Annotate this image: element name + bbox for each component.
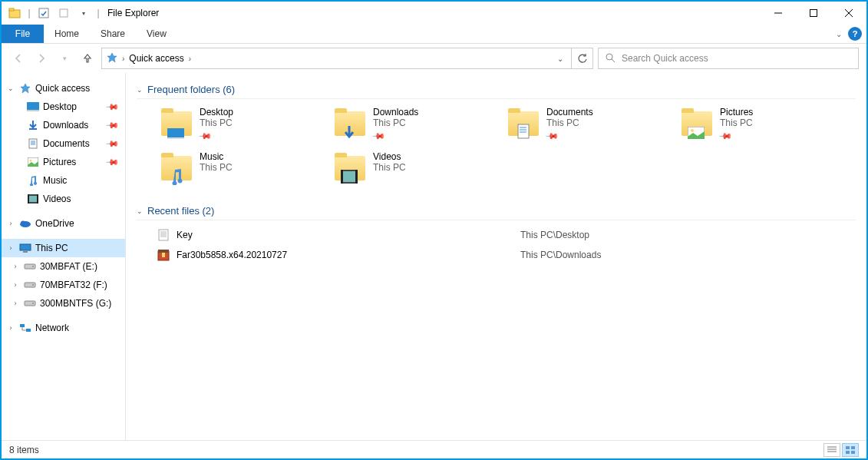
expand-icon[interactable]: › — [11, 299, 20, 307]
svg-point-44 — [691, 129, 694, 132]
up-button[interactable] — [78, 49, 97, 68]
search-box[interactable] — [598, 48, 859, 69]
collapse-icon[interactable]: ⌄ — [137, 86, 143, 94]
network-icon — [18, 322, 32, 334]
nav-label: Pictures — [43, 157, 76, 167]
search-input[interactable] — [622, 53, 852, 64]
tab-view[interactable]: View — [136, 25, 177, 43]
view-switcher — [823, 443, 859, 457]
section-frequent-folders[interactable]: ⌄ Frequent folders (6) — [137, 81, 856, 99]
text-file-icon — [157, 228, 170, 242]
svg-point-9 — [606, 54, 612, 60]
nav-music[interactable]: Music — [2, 171, 125, 190]
back-button[interactable] — [9, 49, 28, 68]
nav-drive-f[interactable]: › 70MBFAT32 (F:) — [2, 276, 125, 294]
section-recent-files[interactable]: ⌄ Recent files (2) — [137, 202, 856, 220]
recent-file-item[interactable]: Key This PC\Desktop — [137, 225, 856, 245]
nav-videos[interactable]: Videos — [2, 190, 125, 208]
nav-label: Network — [35, 323, 69, 333]
expand-icon[interactable]: › — [6, 324, 15, 332]
expand-icon[interactable]: › — [11, 263, 20, 270]
folder-location: This PC — [200, 117, 233, 128]
breadcrumb-chevron-icon[interactable]: › — [189, 55, 191, 63]
recent-locations-button[interactable]: ▾ — [55, 49, 74, 68]
file-tab[interactable]: File — [2, 25, 44, 43]
expand-icon[interactable]: ⌄ — [6, 84, 15, 92]
svg-rect-61 — [851, 446, 855, 449]
minimize-button[interactable] — [761, 2, 796, 25]
nav-onedrive[interactable]: › OneDrive — [2, 214, 125, 233]
breadcrumb-chevron-icon[interactable]: › — [122, 55, 124, 63]
large-icons-view-button[interactable] — [842, 443, 859, 457]
maximize-button[interactable] — [796, 2, 831, 25]
svg-rect-12 — [27, 102, 39, 110]
nav-quick-access[interactable]: ⌄ Quick access — [2, 79, 125, 98]
svg-rect-55 — [158, 250, 169, 253]
nav-documents[interactable]: Documents 📌 — [2, 134, 125, 153]
recent-file-item[interactable]: Far30b5858.x64.20210727 This PC\Download… — [137, 245, 856, 265]
search-icon — [605, 52, 616, 65]
videos-icon — [26, 193, 40, 205]
folder-music[interactable]: MusicThis PC — [157, 148, 330, 193]
folder-location: This PC — [373, 162, 406, 173]
svg-rect-2 — [39, 8, 48, 18]
nav-drive-g[interactable]: › 300MBNTFS (G:) — [2, 294, 125, 313]
nav-label: This PC — [35, 243, 68, 253]
nav-label: Music — [43, 175, 67, 186]
nav-label: 30MBFAT (E:) — [40, 261, 97, 272]
ribbon: File Home Share View ⌄ ? — [2, 25, 866, 44]
close-button[interactable] — [831, 2, 866, 25]
help-icon[interactable]: ? — [848, 27, 862, 41]
pin-icon: 📌 — [104, 154, 119, 169]
folder-icon — [680, 107, 714, 141]
nav-network[interactable]: › Network — [2, 319, 125, 337]
folder-videos[interactable]: VideosThis PC — [330, 148, 503, 193]
folder-name: Pictures — [720, 107, 753, 117]
folder-downloads[interactable]: DownloadsThis PC📌 — [330, 104, 503, 148]
folder-pictures[interactable]: PicturesThis PC📌 — [677, 104, 850, 148]
details-view-button[interactable] — [823, 443, 840, 457]
pin-icon: 📌 — [371, 129, 385, 144]
folder-documents[interactable]: DocumentsThis PC📌 — [503, 104, 677, 148]
forward-button[interactable] — [32, 49, 51, 68]
address-dropdown-icon[interactable]: ⌄ — [554, 55, 566, 63]
app-icon[interactable] — [6, 5, 23, 22]
file-path: This PC\Downloads — [520, 250, 601, 260]
archive-file-icon — [157, 248, 170, 262]
breadcrumb-location[interactable]: Quick access — [129, 53, 183, 64]
expand-icon[interactable]: › — [6, 220, 15, 227]
expand-icon[interactable]: › — [6, 244, 15, 252]
nav-desktop[interactable]: Desktop 📌 — [2, 98, 125, 116]
nav-drive-e[interactable]: › 30MBFAT (E:) — [2, 257, 125, 276]
svg-rect-56 — [162, 253, 165, 257]
tab-home[interactable]: Home — [44, 25, 90, 43]
qat-dropdown-icon[interactable]: ▾ — [75, 5, 92, 22]
folder-desktop[interactable]: DesktopThis PC📌 — [157, 104, 330, 148]
downloads-icon — [26, 119, 40, 131]
nav-label: Videos — [43, 194, 71, 204]
refresh-button[interactable] — [572, 48, 593, 69]
svg-rect-63 — [851, 451, 855, 454]
drive-icon — [23, 279, 37, 291]
expand-icon[interactable]: › — [11, 281, 20, 289]
new-folder-icon[interactable] — [55, 5, 72, 22]
svg-rect-47 — [341, 170, 343, 184]
nav-pictures[interactable]: Pictures 📌 — [2, 153, 125, 171]
nav-downloads[interactable]: Downloads 📌 — [2, 116, 125, 134]
folder-icon — [333, 151, 367, 185]
nav-this-pc[interactable]: › This PC — [2, 239, 125, 257]
folder-location: This PC — [720, 117, 753, 128]
properties-icon[interactable] — [35, 5, 52, 22]
tab-share[interactable]: Share — [90, 25, 136, 43]
svg-rect-24 — [37, 194, 38, 204]
svg-point-20 — [30, 160, 32, 162]
collapse-icon[interactable]: ⌄ — [137, 207, 143, 215]
ribbon-expand-icon[interactable]: ⌄ — [830, 30, 848, 38]
pin-icon: 📌 — [104, 136, 119, 151]
address-bar[interactable]: › Quick access › ⌄ — [101, 48, 572, 69]
svg-rect-36 — [26, 329, 31, 332]
content-pane: ⌄ Frequent folders (6) DesktopThis PC📌 D… — [126, 73, 866, 440]
drive-icon — [23, 260, 37, 273]
folder-icon — [160, 151, 193, 185]
folder-location: This PC — [200, 162, 233, 173]
